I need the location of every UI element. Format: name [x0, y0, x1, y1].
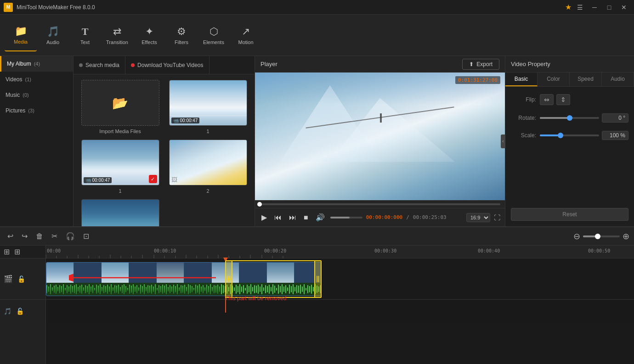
- playback-progress[interactable]: [260, 203, 500, 205]
- frame-2: [74, 263, 102, 283]
- svg-rect-94: [177, 284, 178, 294]
- toolbar-audio[interactable]: 🎵 Audio: [37, 19, 69, 51]
- svg-rect-27: [54, 286, 55, 293]
- tab-color[interactable]: Color: [538, 73, 570, 86]
- next-button[interactable]: ⏭: [287, 213, 298, 223]
- progress-handle[interactable]: [257, 202, 262, 207]
- tab-speed[interactable]: Speed: [570, 73, 602, 86]
- video-lock-button[interactable]: 🔓: [17, 274, 26, 284]
- stop-button[interactable]: ■: [302, 213, 310, 223]
- media-item-2[interactable]: 📹 00:00:47 ✓ 1: [79, 140, 161, 194]
- media-item-4[interactable]: 🖼 3: [79, 199, 161, 226]
- svg-rect-108: [203, 285, 204, 293]
- close-button[interactable]: ✕: [617, 3, 630, 12]
- export-button[interactable]: ⬆ Export: [462, 59, 499, 70]
- duration-1: 00:00:47: [180, 118, 198, 123]
- svg-rect-52: [100, 284, 101, 294]
- svg-rect-142: [265, 285, 266, 293]
- svg-rect-79: [149, 286, 150, 293]
- flip-vertical-button[interactable]: ⇕: [556, 94, 570, 105]
- svg-rect-81: [153, 286, 154, 292]
- scale-slider-handle[interactable]: [558, 133, 563, 138]
- rotate-slider-handle[interactable]: [567, 115, 572, 121]
- media-toolbar: Search media Download YouTube Videos: [74, 56, 255, 74]
- minimize-button[interactable]: ─: [588, 3, 601, 12]
- download-youtube-tab[interactable]: Download YouTube Videos: [125, 56, 209, 74]
- main-toolbar: 📁 Media 🎵 Audio T Text ⇄ Transition ✦ Ef…: [0, 15, 634, 56]
- svg-rect-145: [271, 287, 272, 291]
- svg-rect-41: [79, 286, 80, 293]
- import-thumb[interactable]: 📂: [81, 80, 159, 126]
- media-label-3: 2: [206, 188, 209, 194]
- tab-basic[interactable]: Basic: [505, 73, 538, 86]
- media-item-1[interactable]: 📹 00:00:47 1: [167, 80, 249, 134]
- svg-rect-33: [65, 288, 66, 291]
- sidebar-item-videos[interactable]: Videos (1): [0, 72, 73, 87]
- import-media-item[interactable]: 📂 Import Media Files: [79, 80, 161, 134]
- toolbar-text[interactable]: T Text: [69, 19, 101, 51]
- volume-slider[interactable]: [330, 217, 362, 218]
- sidebar-item-music[interactable]: Music (0): [0, 87, 73, 103]
- maximize-button[interactable]: □: [603, 3, 616, 12]
- toolbar-media[interactable]: 📁 Media: [5, 19, 37, 51]
- trim-handle-right[interactable]: [314, 261, 321, 297]
- prev-button[interactable]: ⏮: [272, 213, 283, 223]
- menu-button[interactable]: ☰: [573, 3, 586, 12]
- svg-rect-137: [256, 286, 257, 293]
- media-panel: Search media Download YouTube Videos 📂 I…: [74, 56, 255, 226]
- svg-rect-88: [166, 284, 167, 294]
- zoom-slider[interactable]: [583, 235, 620, 237]
- scale-input[interactable]: [602, 131, 628, 140]
- toolbar-motion[interactable]: ↗ Motion: [230, 19, 262, 51]
- media-item-3[interactable]: 🖼 2: [167, 140, 249, 194]
- reset-button[interactable]: Reset: [511, 208, 628, 221]
- svg-rect-92: [173, 285, 174, 294]
- undo-button[interactable]: ↩: [5, 230, 16, 242]
- audio-edit-button[interactable]: 🎧: [63, 230, 78, 242]
- volume-button[interactable]: 🔊: [314, 212, 327, 223]
- sidebar-item-pictures[interactable]: Pictures (3): [0, 103, 73, 118]
- aspect-ratio-select[interactable]: 16:9 4:3 1:1 9:16: [466, 213, 490, 222]
- toolbar-elements[interactable]: ⬡ Elements: [198, 19, 230, 51]
- flip-horizontal-button[interactable]: ⇔: [540, 94, 554, 105]
- add-audio-track-button[interactable]: ⊞: [13, 246, 21, 257]
- ruler-20: 00:00:20: [264, 248, 286, 253]
- redo-button[interactable]: ↪: [19, 230, 30, 242]
- rotate-input[interactable]: [602, 113, 628, 123]
- svg-rect-61: [116, 286, 117, 293]
- rotate-slider[interactable]: [540, 117, 599, 119]
- frame-1: [46, 263, 74, 283]
- delete-button[interactable]: 🗑: [33, 230, 46, 242]
- panel-collapse-handle[interactable]: ‹: [501, 134, 505, 148]
- trim-handle-left[interactable]: [226, 261, 232, 297]
- scale-slider[interactable]: [540, 134, 599, 136]
- ruler-10: 00:00:10: [154, 248, 176, 253]
- audio-lock-button[interactable]: 🔓: [15, 307, 25, 316]
- zoom-in-button[interactable]: ⊕: [623, 231, 629, 241]
- play-button[interactable]: ▶: [260, 212, 269, 223]
- add-video-track-button[interactable]: ⊞: [3, 246, 11, 257]
- import-label: Import Media Files: [99, 129, 141, 134]
- volume-fill: [330, 217, 350, 218]
- toolbar-effects[interactable]: ✦ Effects: [133, 19, 165, 51]
- ruler-30: 00:00:30: [374, 248, 396, 253]
- fullscreen-button[interactable]: ⛶: [494, 214, 500, 221]
- sidebar-music-label: Music: [6, 92, 20, 98]
- zoom-slider-handle[interactable]: [595, 234, 600, 239]
- svg-rect-128: [239, 284, 240, 294]
- svg-rect-95: [179, 287, 180, 291]
- video-timestamp: 0:01:31:27:00: [455, 76, 500, 84]
- toolbar-transition[interactable]: ⇄ Transition: [101, 19, 133, 51]
- search-media-tab[interactable]: Search media: [74, 56, 125, 74]
- svg-rect-125: [234, 287, 235, 291]
- cut-button[interactable]: ✂: [49, 230, 60, 242]
- crop-button[interactable]: ⊡: [80, 230, 92, 242]
- svg-rect-139: [260, 286, 260, 292]
- zoom-out-button[interactable]: ⊖: [573, 231, 580, 241]
- frame-4: [129, 263, 157, 283]
- sidebar-item-myalbum[interactable]: My Album (4): [0, 56, 73, 72]
- video-clip-1[interactable]: 🎬 1: [46, 262, 322, 296]
- tab-audio[interactable]: Audio: [602, 73, 634, 86]
- toolbar-filters[interactable]: ⚙ Filters: [165, 19, 198, 51]
- scale-value: [540, 131, 628, 140]
